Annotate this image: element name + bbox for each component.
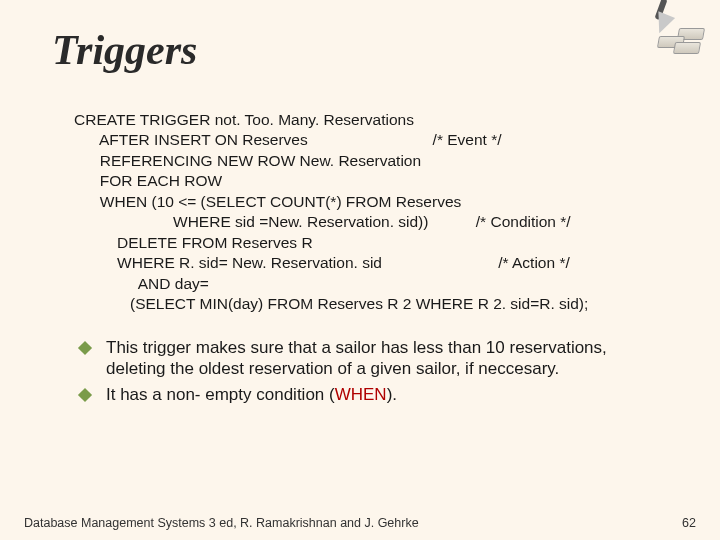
code-line: CREATE TRIGGER xyxy=(74,111,215,128)
note-text: It has a non- empty condition ( xyxy=(106,385,335,404)
code-line: AND day= xyxy=(74,275,209,292)
note-text: ). xyxy=(387,385,397,404)
code-line: AFTER INSERT ON Reserves /* Event */ xyxy=(74,131,502,148)
code-line: DELETE FROM Reserves R xyxy=(74,234,313,251)
slide-title: Triggers xyxy=(52,26,696,74)
code-line: WHEN (10 <= (SELECT COUNT(*) FROM Reserv… xyxy=(74,193,461,210)
code-line: (SELECT MIN(day) FROM Reserves R 2 WHERE… xyxy=(74,295,588,312)
footer-attribution: Database Management Systems 3 ed, R. Ram… xyxy=(24,516,419,530)
page-number: 62 xyxy=(682,516,696,530)
when-keyword: WHEN xyxy=(335,385,387,404)
slide-footer: Database Management Systems 3 ed, R. Ram… xyxy=(24,516,696,530)
trigger-name: not. Too. Many. Reservations xyxy=(215,111,414,128)
code-line: WHERE R. sid= New. Reservation. sid /* A… xyxy=(74,254,570,271)
sql-code-block: CREATE TRIGGER not. Too. Many. Reservati… xyxy=(74,110,676,315)
decorative-bricks-icon xyxy=(634,0,706,54)
code-line: REFERENCING NEW ROW New. Reservation xyxy=(74,152,421,169)
code-line: WHERE sid =New. Reservation. sid)) /* Co… xyxy=(74,213,571,230)
bullet-notes: This trigger makes sure that a sailor ha… xyxy=(84,337,648,406)
note-text: This trigger makes sure that a sailor ha… xyxy=(106,338,607,379)
code-line: FOR EACH ROW xyxy=(74,172,222,189)
list-item: This trigger makes sure that a sailor ha… xyxy=(84,337,648,381)
list-item: It has a non- empty condition (WHEN). xyxy=(84,384,648,406)
